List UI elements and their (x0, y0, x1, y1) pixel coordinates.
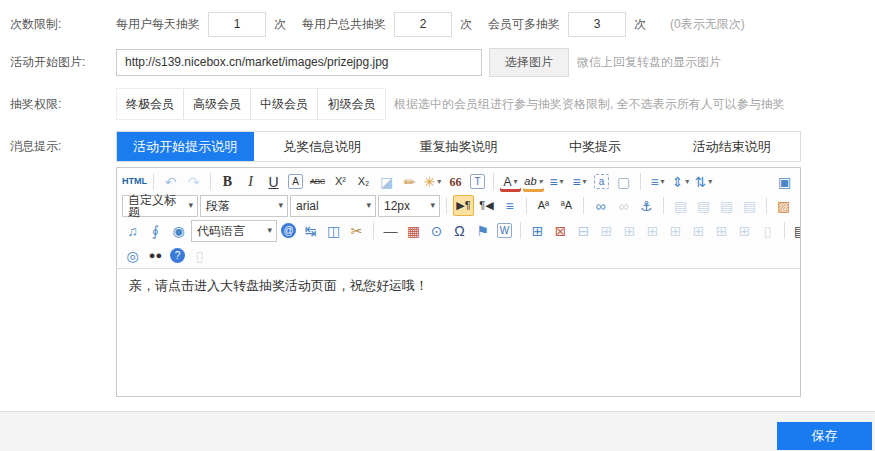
font-block-icon[interactable]: A (288, 174, 303, 189)
undo-icon[interactable]: ↶ (160, 171, 181, 192)
italic-icon[interactable]: I (240, 171, 261, 192)
word-import-icon[interactable]: W (497, 223, 512, 238)
paste-icon[interactable]: ▯ (189, 245, 210, 266)
member-group-button[interactable]: 终极会员 (117, 89, 184, 119)
message-tab[interactable]: 中奖提示 (527, 132, 664, 161)
image-icon[interactable]: ▨ (773, 195, 794, 216)
align-icon[interactable]: ≡ (647, 171, 668, 192)
unlink-icon[interactable]: ∞ (613, 195, 634, 216)
at-icon[interactable]: @ (281, 223, 296, 238)
music-icon[interactable]: ♫ (122, 220, 143, 241)
limit-field-label: 每用户每天抽奖 (116, 16, 200, 33)
image-url-input[interactable] (116, 49, 482, 76)
print-icon[interactable]: ▤ (790, 220, 800, 241)
html-source-icon[interactable]: HTML (122, 171, 147, 192)
find-replace-icon[interactable]: ●● (145, 245, 166, 266)
insert-row-icon[interactable]: ⊞ (665, 220, 686, 241)
subscript-icon[interactable]: X₂ (353, 171, 374, 192)
columns-icon[interactable]: ◫ (323, 220, 344, 241)
link-icon[interactable]: ∞ (590, 195, 611, 216)
merge-cells-icon[interactable]: ⊞ (619, 220, 640, 241)
limit-count-input[interactable] (394, 12, 452, 37)
footer-bar: 保存 (0, 411, 875, 451)
anchor-icon[interactable]: ⚓ (636, 195, 657, 216)
hr-icon[interactable]: — (380, 220, 401, 241)
new-document-icon[interactable]: ▢ (613, 171, 634, 192)
format-brush-icon[interactable]: ✏ (399, 171, 420, 192)
table-prop-icon[interactable]: ⊟ (573, 220, 594, 241)
font-color-icon[interactable]: A (500, 171, 521, 192)
paragraph-format-icon[interactable]: ≡ (499, 195, 520, 216)
member-group-button[interactable]: 中级会员 (251, 89, 318, 119)
img-align-right-icon[interactable]: ▤ (693, 195, 714, 216)
paste-plain-icon[interactable]: T (470, 174, 485, 189)
editor-content[interactable]: 亲，请点击进入大转盘抽奖活动页面，祝您好运哦！ (117, 268, 800, 396)
delete-table-icon[interactable]: ⊠ (550, 220, 571, 241)
message-tab[interactable]: 活动结束说明 (663, 132, 800, 161)
clean-word-icon[interactable]: ✳ (422, 171, 443, 192)
toolbar-separator (153, 173, 154, 190)
table-icon[interactable]: ⊞ (527, 220, 548, 241)
rtl-icon[interactable]: ¶◀ (476, 195, 497, 216)
code-language-select[interactable]: 代码语言 (191, 220, 277, 242)
img-align-top-icon[interactable]: ▤ (716, 195, 737, 216)
page-break-icon[interactable]: ↹ (300, 220, 321, 241)
editor-toolbar-row-4: ◎●●?▯ (117, 243, 800, 268)
inline-code-icon[interactable]: a (594, 174, 609, 189)
insert-col-icon[interactable]: ⊞ (688, 220, 709, 241)
ordered-list-icon[interactable]: ≡ (546, 171, 567, 192)
uppercase-icon[interactable]: Aª (533, 195, 554, 216)
remove-format-icon[interactable]: ◪ (376, 171, 397, 192)
highlight-icon[interactable]: ab (523, 171, 544, 192)
delete-row-icon[interactable]: ⊞ (711, 220, 732, 241)
member-group-button[interactable]: 初级会员 (318, 89, 385, 119)
font-family-select[interactable]: arial (290, 195, 376, 217)
cell-prop-icon[interactable]: ⊞ (596, 220, 617, 241)
toolbar-separator (526, 197, 527, 214)
blockquote-icon[interactable]: 66 (445, 171, 466, 192)
fullscreen-icon[interactable]: ▣ (774, 171, 795, 192)
calendar-icon[interactable]: ▦ (403, 220, 424, 241)
choose-image-button[interactable]: 选择图片 (489, 48, 569, 77)
strikethrough-icon[interactable]: ABC (307, 171, 328, 192)
limits-label: 次数限制: (10, 16, 116, 33)
line-height-icon[interactable]: ⇕ (670, 171, 691, 192)
message-tab[interactable]: 活动开始提示说明 (117, 132, 254, 161)
message-tab[interactable]: 重复抽奖说明 (390, 132, 527, 161)
paragraph-space-icon[interactable]: ⇅ (693, 171, 714, 192)
limits-hint: (0表示无限次) (670, 16, 745, 33)
flash-icon[interactable]: ◉ (168, 220, 189, 241)
limit-count-input[interactable] (208, 12, 266, 37)
map-icon[interactable]: ⚑ (472, 220, 493, 241)
paragraph-select[interactable]: 段落 (200, 195, 288, 217)
editor-toolbar-row-2: 自定义标题段落arial12px▶¶¶◀≡AªªA∞∞⚓▤▤▤▤▨▧☺☼▥ (117, 193, 800, 218)
clock-icon[interactable]: ⊙ (426, 220, 447, 241)
delete-col-icon[interactable]: ⊞ (734, 220, 755, 241)
help-icon[interactable]: ? (170, 248, 185, 263)
limit-count-input[interactable] (568, 12, 626, 37)
message-tab[interactable]: 兑奖信息说明 (254, 132, 391, 161)
message-tabs: 活动开始提示说明兑奖信息说明重复抽奖说明中奖提示活动结束说明 (116, 131, 801, 162)
save-button[interactable]: 保存 (777, 422, 872, 450)
lowercase-icon[interactable]: ªA (556, 195, 577, 216)
bold-icon[interactable]: B (217, 171, 238, 192)
heading-style-select[interactable]: 自定义标题 (122, 195, 198, 217)
split-cell-icon[interactable]: ⊞ (642, 220, 663, 241)
img-align-left-icon[interactable]: ▤ (670, 195, 691, 216)
batch-image-icon[interactable]: ▧ (796, 195, 800, 216)
limit-field: 每用户每天抽奖 次 (116, 12, 286, 37)
member-group-button[interactable]: 高级会员 (184, 89, 251, 119)
img-align-bottom-icon[interactable]: ▤ (739, 195, 760, 216)
preview-icon[interactable]: ◎ (122, 245, 143, 266)
superscript-icon[interactable]: X² (330, 171, 351, 192)
redo-icon[interactable]: ↷ (183, 171, 204, 192)
attachment-icon[interactable]: ∮ (145, 220, 166, 241)
permission-label: 抽奖权限: (10, 96, 116, 113)
ltr-icon[interactable]: ▶¶ (453, 195, 474, 216)
special-char-icon[interactable]: Ω (449, 220, 470, 241)
font-size-select[interactable]: 12px (378, 195, 440, 217)
screenshot-icon[interactable]: ✂ (346, 220, 367, 241)
unordered-list-icon[interactable]: ≡ (569, 171, 590, 192)
template-icon[interactable]: ▯ (757, 220, 778, 241)
underline-icon[interactable]: U (263, 171, 284, 192)
